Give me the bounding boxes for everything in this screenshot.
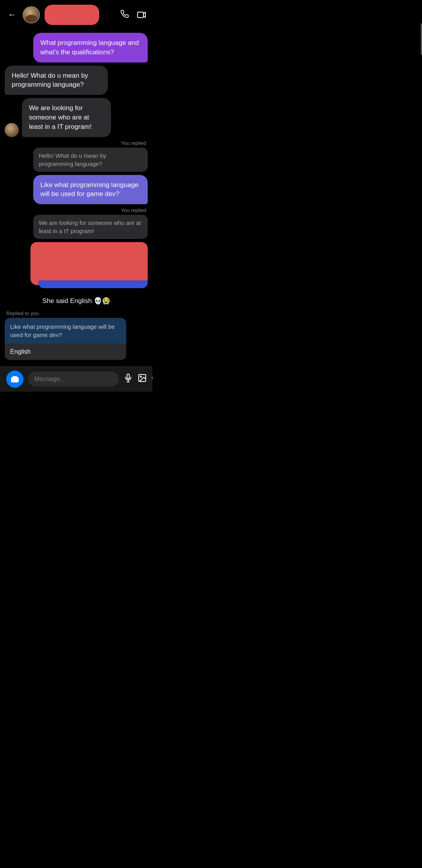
svg-point-6 [140,376,141,377]
replied-to-reply: English [5,344,126,360]
message-outgoing-1: What programming language and what's the… [33,33,148,62]
sender-avatar [5,123,19,137]
message-input-bar [0,366,152,392]
video-icon[interactable] [137,9,146,21]
replied-to-quote: Like what programming language will be u… [5,318,126,344]
contact-avatar[interactable] [23,6,40,23]
messages-container: What programming language and what's the… [0,30,152,366]
header-action-icons [120,9,146,21]
image-icon[interactable] [138,373,147,385]
message-outgoing-reply-1: Like what programming language will be u… [33,175,148,205]
replied-to-label: Replied to you [5,310,126,316]
message-input[interactable] [28,372,119,387]
reply-quoted-2: We are looking for someone who are at le… [33,215,148,239]
svg-rect-0 [138,12,143,18]
reply-quoted-1: Hello! What do u mean by programming lan… [33,148,148,172]
replied-to-container: Replied to you Like what programming lan… [5,310,126,360]
message-incoming-1: Hello! What do u mean by programming lan… [5,66,108,95]
contact-name-redacted [45,5,99,25]
mic-icon[interactable] [123,373,133,385]
message-incoming-2: We are looking for someone who are at le… [22,98,111,137]
you-replied-label-2: You replied [121,207,146,213]
back-button[interactable]: ← [6,8,18,21]
phone-icon[interactable] [120,10,129,20]
you-replied-label-1: You replied [121,140,146,146]
redacted-message [30,242,148,285]
message-incoming-group-1: We are looking for someone who are at le… [5,98,133,137]
sticker-icon[interactable] [152,373,152,385]
message-center: She said English 💀😭 [42,294,110,307]
svg-rect-2 [127,374,129,379]
chat-header: ← [0,0,152,30]
camera-button[interactable] [6,371,23,388]
